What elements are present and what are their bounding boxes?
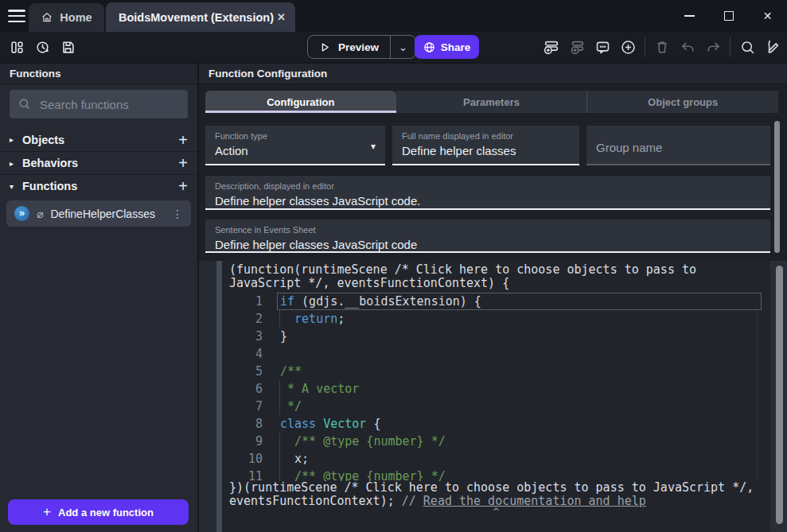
search-icon[interactable] [738,39,756,56]
config-tabbar: Configuration Parameters Object groups [205,91,778,113]
menu-icon[interactable] [8,10,25,22]
indent-guide [279,433,280,450]
fields-row: Function type Action ▾ Full name display… [205,126,770,165]
add-sub-event-icon[interactable] [568,38,586,56]
sidebar-item-objects[interactable]: ▸ Objects + [0,128,197,151]
sidebar-sections: ▸ Objects + ▸ Behaviors + ▾ Functions + … [0,128,197,227]
share-button[interactable]: Share [415,35,479,59]
function-icon: » [14,206,29,221]
config-header: Function Configuration [199,64,787,84]
collapse-caret-icon[interactable]: ^ [222,506,770,518]
sentence-field[interactable]: Sentence in Events Sheet Define helper c… [205,219,770,253]
line-number: 10 [222,452,263,466]
preview-dropdown-button[interactable]: ⌄ [391,36,415,58]
code-left-margin [199,261,216,532]
window-controls: ✕ [670,0,787,32]
home-icon [41,11,53,24]
config-scrollbar[interactable] [774,121,780,253]
tab-home[interactable]: Home [29,3,104,32]
indent-guide [279,450,280,468]
add-new-function-button[interactable]: + Add a new function [8,499,189,525]
indent-guide [279,398,280,415]
search-icon [18,97,31,111]
divider [645,37,645,56]
chevron-down-icon: ⌄ [399,41,407,53]
line-number: 4 [222,347,263,361]
save-icon[interactable] [60,40,76,55]
maximize-button[interactable] [709,0,748,32]
function-configuration-panel: Function Configuration Configuration Par… [199,64,787,532]
editor-guide-line [757,310,758,479]
add-behavior-button[interactable]: + [178,155,188,171]
code-text: } [263,329,287,344]
sidebar-item-functions[interactable]: ▾ Functions + [0,174,197,197]
group-name-field[interactable]: Group name [586,126,770,165]
code-text: return; [263,312,345,326]
code-text: */ [263,399,302,414]
code-text: * A vector [263,382,359,396]
code-lines: 1if (gdjs.__boidsExtension) {2 return;3}… [222,293,770,485]
add-event-icon[interactable] [543,38,560,56]
tab-object-groups[interactable]: Object groups [586,91,778,113]
chevron-right-icon[interactable]: ▸ [10,135,22,144]
line-number: 8 [222,417,263,431]
javascript-code-editor[interactable]: (function(runtimeScene /* Click here to … [222,261,770,532]
code-scrollbar[interactable] [776,266,783,524]
layout-panels-icon[interactable] [10,40,25,55]
play-icon [319,41,331,53]
code-line-5[interactable]: 5/** [222,363,770,380]
code-wrapper-header[interactable]: (function(runtimeScene /* Click here to … [222,261,770,290]
edit-properties-icon[interactable] [764,38,781,56]
version-history-icon[interactable] [35,40,50,55]
toolbar: Preview ⌄ Share [0,32,787,62]
description-field[interactable]: Description, displayed in editor Define … [205,176,770,210]
code-line-7[interactable]: 7 */ [222,398,770,415]
code-line-4[interactable]: 4 [222,345,770,363]
preview-button[interactable]: Preview [308,36,390,58]
search-functions-input[interactable] [10,90,188,118]
line-number: 6 [222,382,263,396]
chevron-down-icon[interactable]: ▾ [10,182,22,191]
sidebar-item-behaviors[interactable]: ▸ Behaviors + [0,151,197,174]
preview-button-group: Preview ⌄ [307,35,416,59]
preview-label: Preview [338,41,379,53]
line-number: 5 [222,364,263,379]
redo-icon[interactable] [704,39,722,56]
chevron-right-icon[interactable]: ▸ [10,159,22,168]
minimize-button[interactable] [670,0,709,32]
panel-resize-handle[interactable] [216,261,222,532]
tab-boidsmovement[interactable]: BoidsMovement (Extension) ✕ [106,2,295,32]
line-number: 3 [222,329,263,344]
empty-set-icon: ⌀ [37,208,43,220]
sidebar-title: Functions [10,68,61,80]
add-comment-icon[interactable] [594,39,611,56]
code-line-9[interactable]: 9 /** @type {number} */ [222,433,770,450]
add-circle-icon[interactable] [619,39,637,56]
full-name-field[interactable]: Full name displayed in editor Define hel… [392,126,579,165]
indent-guide [279,380,280,398]
code-line-8[interactable]: 8class Vector { [222,415,770,433]
code-line-10[interactable]: 10 x; [222,450,770,468]
line-number: 9 [222,434,263,449]
function-item-definehelperclasses[interactable]: » ⌀ DefineHelperClasses ⋮ [6,200,191,227]
add-object-button[interactable]: + [178,132,188,148]
tab-parameters[interactable]: Parameters [396,91,587,113]
item-menu-icon[interactable]: ⋮ [172,208,183,220]
tab-home-label: Home [60,11,92,24]
close-button[interactable]: ✕ [748,0,787,32]
delete-icon[interactable] [653,39,671,55]
globe-icon [423,41,435,53]
code-text: class Vector { [263,417,380,431]
function-type-select[interactable]: Function type Action ▾ [205,126,385,165]
tab-close-icon[interactable]: ✕ [274,10,289,25]
code-line-2[interactable]: 2 return; [222,310,770,328]
add-function-button[interactable]: + [178,178,188,194]
code-text: if (gdjs.__boidsExtension) { [263,294,481,309]
tab-configuration[interactable]: Configuration [205,91,396,113]
code-line-3[interactable]: 3} [222,328,770,345]
divider [730,37,731,56]
code-line-1[interactable]: 1if (gdjs.__boidsExtension) { [222,293,770,310]
undo-icon[interactable] [679,39,696,56]
functions-sidebar: Functions ▸ Objects + ▸ Behaviors + ▾ Fu… [0,64,197,532]
code-line-6[interactable]: 6 * A vector [222,380,770,398]
